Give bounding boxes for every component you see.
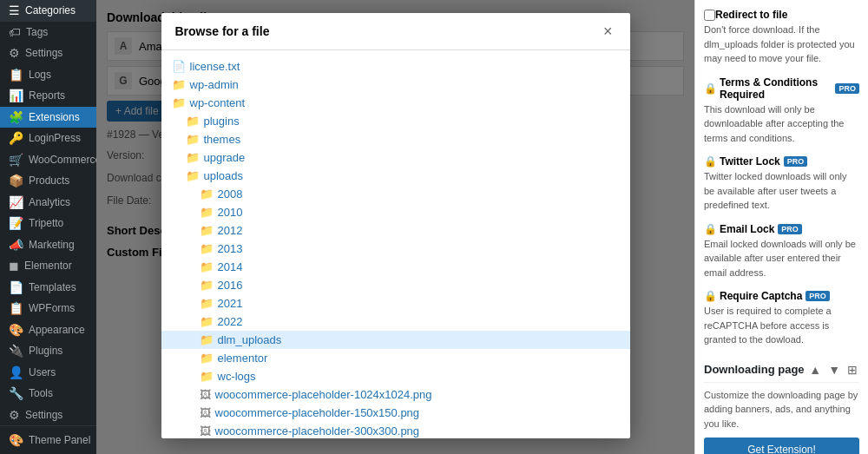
sidebar-item-appearance[interactable]: 🎨 Appearance [0, 319, 96, 341]
sidebar-item-woocommerce[interactable]: 🛒 WooCommerce [0, 149, 96, 171]
sidebar-item-reports[interactable]: 📊 Reports [0, 85, 96, 107]
folder-icon: 📁 [200, 297, 214, 310]
sidebar-item-categories[interactable]: ☰ Categories [0, 0, 96, 22]
marketing-icon: 📣 [9, 238, 23, 252]
settings-icon: ⚙ [9, 46, 20, 60]
folder-icon: 📁 [200, 315, 214, 328]
captcha-pro-badge: PRO [806, 291, 830, 301]
sidebar-item-tripetto[interactable]: 📝 Tripetto [0, 213, 96, 234]
file-label: 2008 [218, 188, 243, 201]
redirect-item: Redirect to file Don't force download. I… [704, 9, 859, 66]
file-tree-item-plugins[interactable]: 📁plugins [161, 112, 630, 130]
plugins-icon: 🔌 [9, 344, 23, 358]
sidebar-item-templates[interactable]: 📄 Templates [0, 277, 96, 299]
folder-icon: 📁 [200, 188, 214, 201]
downloading-down-button[interactable]: ▼ [826, 363, 842, 377]
file-tree-item-wc-logs[interactable]: 📁wc-logs [161, 367, 630, 385]
image-icon: 🖼 [200, 406, 211, 419]
downloading-expand-button[interactable]: ⊞ [845, 363, 859, 377]
sidebar-item-products[interactable]: 📦 Products [0, 170, 96, 192]
modal-body[interactable]: 📄license.txt📁wp-admin📁wp-content📁plugins… [161, 50, 630, 438]
file-label: wp-content [190, 96, 246, 109]
file-label: dlm_uploads [218, 333, 282, 346]
file-tree-item-2016[interactable]: 📁2016 [161, 276, 630, 294]
sidebar-item-elementor[interactable]: ◼ Elementor [0, 255, 96, 277]
file-tree: 📄license.txt📁wp-admin📁wp-content📁plugins… [161, 57, 630, 438]
folder-icon: 📁 [186, 115, 200, 128]
sidebar-item-loginpress[interactable]: 🔑 LoginPress [0, 128, 96, 149]
file-label: uploads [204, 169, 244, 182]
sidebar-item-theme-panel[interactable]: 🎨 Theme Panel [0, 426, 96, 454]
sidebar-item-users[interactable]: 👤 Users [0, 362, 96, 384]
products-icon: 📦 [9, 174, 23, 188]
file-label: plugins [204, 115, 240, 128]
captcha-item: 🔒 Require Captcha PRO User is required t… [704, 290, 859, 347]
right-panel: Redirect to file Don't force download. I… [694, 0, 868, 454]
terms-desc: This download will only be downloadable … [704, 102, 859, 146]
file-tree-item-uploads[interactable]: 📁uploads [161, 167, 630, 185]
file-tree-item-2021[interactable]: 📁2021 [161, 294, 630, 313]
sidebar-item-wpforms[interactable]: 📋 WPForms [0, 298, 96, 319]
file-label: elementor [218, 352, 268, 365]
file-tree-item-2012[interactable]: 📁2012 [161, 221, 630, 240]
file-tree-item-2014[interactable]: 📁2014 [161, 258, 630, 276]
terms-title: 🔒 Terms & Conditions Required PRO [704, 76, 859, 101]
sidebar-item-extensions[interactable]: 🧩 Extensions [0, 107, 96, 128]
file-label: themes [204, 133, 241, 146]
sidebar-item-tags[interactable]: 🏷 Tags [0, 22, 96, 43]
modal-close-button[interactable]: × [600, 23, 616, 39]
folder-icon: 📁 [200, 333, 214, 346]
file-label: upgrade [204, 151, 246, 164]
get-extension-button[interactable]: Get Extension! [704, 438, 859, 454]
captcha-section: 🔒 Require Captcha PRO User is required t… [704, 290, 859, 347]
sidebar-item-settings2[interactable]: ⚙ Settings [0, 405, 96, 426]
file-tree-item-wp-content[interactable]: 📁wp-content [161, 94, 630, 112]
analytics-icon: 📈 [9, 195, 23, 209]
modal-header: Browse for a file × [161, 13, 630, 50]
sidebar-item-plugins[interactable]: 🔌 Plugins [0, 340, 96, 362]
reports-icon: 📊 [9, 89, 23, 102]
sidebar-item-analytics[interactable]: 📈 Analytics [0, 192, 96, 214]
email-pro-badge: PRO [778, 224, 802, 234]
folder-icon: 📁 [172, 96, 186, 109]
image-icon: 🖼 [200, 388, 211, 401]
downloading-up-button[interactable]: ▲ [807, 363, 823, 377]
main-content: Downloadable Files A Amazon S G Google D… [96, 0, 694, 454]
modal-title: Browse for a file [175, 24, 270, 38]
lock-icon-terms: 🔒 [704, 82, 717, 95]
twitter-item: 🔒 Twitter Lock PRO Twitter locked downlo… [704, 155, 859, 213]
file-icon: 📄 [172, 60, 186, 73]
sidebar-item-settings[interactable]: ⚙ Settings [0, 43, 96, 64]
loginpress-icon: 🔑 [9, 131, 23, 145]
file-tree-item-elementor[interactable]: 📁elementor [161, 349, 630, 367]
redirect-checkbox[interactable] [704, 10, 715, 21]
sidebar-item-tools[interactable]: 🔧 Tools [0, 383, 96, 405]
folder-icon: 📁 [186, 133, 200, 146]
email-section: 🔒 Email Lock PRO Email locked downloads … [704, 223, 859, 280]
sidebar-item-marketing[interactable]: 📣 Marketing [0, 234, 96, 256]
folder-icon: 📁 [200, 242, 214, 255]
browse-file-modal: Browse for a file × 📄license.txt📁wp-admi… [161, 13, 630, 438]
file-tree-item-themes[interactable]: 📁themes [161, 130, 630, 148]
file-tree-item-dlm_uploads[interactable]: 📁dlm_uploads [161, 331, 630, 349]
file-tree-item-wp-admin[interactable]: 📁wp-admin [161, 76, 630, 94]
sidebar-item-logs[interactable]: 📋 Logs [0, 64, 96, 86]
file-tree-item-2010[interactable]: 📁2010 [161, 203, 630, 221]
captcha-desc: User is required to complete a reCAPTCHA… [704, 304, 859, 347]
downloading-section: Downloading page ▲ ▼ ⊞ Customize the dow… [704, 358, 859, 455]
file-label: woocommerce-placeholder-150x150.png [215, 406, 420, 419]
terms-section: 🔒 Terms & Conditions Required PRO This d… [704, 76, 859, 146]
file-tree-item-woo-placeholder-150[interactable]: 🖼woocommerce-placeholder-150x150.png [161, 404, 630, 422]
file-tree-item-2008[interactable]: 📁2008 [161, 185, 630, 203]
file-tree-item-2013[interactable]: 📁2013 [161, 240, 630, 258]
settings2-icon: ⚙ [9, 408, 20, 422]
file-label: wc-logs [218, 370, 256, 383]
file-label: woocommerce-placeholder-1024x1024.png [215, 388, 432, 401]
file-tree-item-woo-placeholder-300[interactable]: 🖼woocommerce-placeholder-300x300.png [161, 422, 630, 438]
file-tree-item-upgrade[interactable]: 📁upgrade [161, 148, 630, 167]
file-label: 2016 [218, 279, 243, 292]
file-tree-item-2022[interactable]: 📁2022 [161, 313, 630, 331]
file-tree-item-woo-placeholder-1024[interactable]: 🖼woocommerce-placeholder-1024x1024.png [161, 385, 630, 404]
file-tree-item-license[interactable]: 📄license.txt [161, 57, 630, 76]
file-label: 2022 [218, 315, 243, 328]
